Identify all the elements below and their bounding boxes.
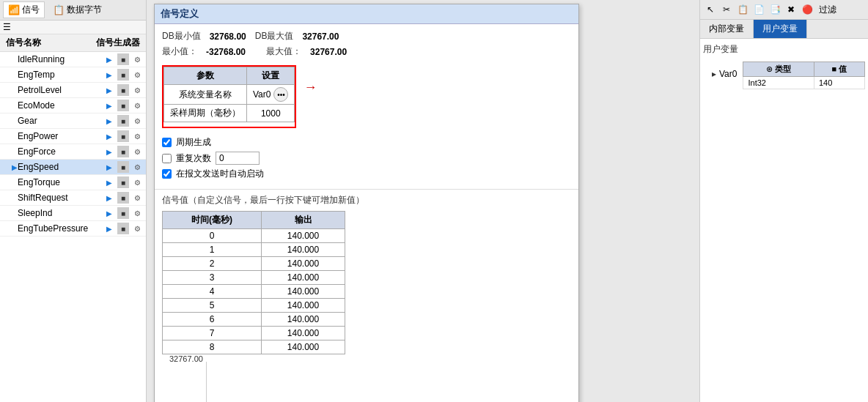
repeat-count-checkbox[interactable]	[162, 154, 172, 163]
auto-start-checkbox[interactable]	[162, 169, 172, 179]
stop-btn[interactable]: ■	[117, 84, 129, 96]
params-row-1-value: 1000	[247, 105, 295, 122]
right-content: 用户变量 ▸ Var0 ⊙ 类型 ■ 值 Int32 140	[700, 39, 868, 402]
gear-btn[interactable]: ⚙	[131, 161, 143, 173]
stop-btn[interactable]: ■	[117, 207, 129, 219]
gear-btn[interactable]: ⚙	[131, 207, 143, 219]
ellipsis-button[interactable]: •••	[273, 87, 288, 102]
signal-row[interactable]: EngPower ▶ ■ ⚙	[0, 129, 146, 144]
play-btn[interactable]: ▶	[103, 161, 115, 173]
values-row: 4 140.000	[163, 285, 345, 299]
play-btn[interactable]: ▶	[103, 69, 115, 81]
stop-btn[interactable]: ■	[117, 69, 129, 81]
gear-btn[interactable]: ⚙	[131, 69, 143, 81]
toolbar-stop-btn[interactable]: 🔴	[800, 2, 814, 17]
play-btn[interactable]: ▶	[103, 192, 115, 204]
values-row: 2 140.000	[163, 257, 345, 271]
values-time: 5	[163, 299, 262, 313]
stop-btn[interactable]: ■	[117, 53, 129, 65]
gear-btn[interactable]: ⚙	[131, 115, 143, 127]
stop-btn[interactable]: ■	[117, 115, 129, 127]
signal-row[interactable]: EngTubePressure ▶ ■ ⚙	[0, 221, 146, 237]
play-btn[interactable]: ▶	[103, 84, 115, 96]
signal-controls: ▶ ■ ⚙	[103, 161, 143, 173]
play-btn[interactable]: ▶	[103, 115, 115, 127]
gear-btn[interactable]: ⚙	[131, 53, 143, 65]
right-toolbar: ↖ ✂ 📋 📄 📑 ✖ 🔴 过滤	[700, 0, 868, 20]
stop-btn[interactable]: ■	[117, 192, 129, 204]
gear-btn[interactable]: ⚙	[131, 146, 143, 157]
max-val-value: 32767.00	[310, 47, 347, 57]
gear-btn[interactable]: ⚙	[131, 192, 143, 204]
signal-name: EngTemp	[18, 70, 103, 80]
signal-row[interactable]: ▶ EngSpeed ▶ ■ ⚙	[0, 160, 146, 175]
toolbar-delete-btn[interactable]: ✖	[784, 2, 798, 17]
values-table: 时间(毫秒) 输出 0 140.000 1 140.000 2 140.000 …	[162, 211, 345, 354]
signal-row[interactable]: EngTemp ▶ ■ ⚙	[0, 67, 146, 83]
values-time: 1	[163, 243, 262, 257]
values-time: 3	[163, 271, 262, 285]
values-time: 6	[163, 313, 262, 327]
gear-btn[interactable]: ⚙	[131, 130, 143, 142]
toolbar-paste-btn[interactable]: 📄	[751, 2, 766, 17]
tab-databyte[interactable]: 📋 数据字节	[48, 1, 107, 18]
params-row-0-param: 系统变量名称	[164, 85, 247, 105]
signal-row[interactable]: SleepInd ▶ ■ ⚙	[0, 206, 146, 221]
max-val-label: 最大值：	[266, 45, 301, 58]
right-table: ⊙ 类型 ■ 值 Int32 140	[743, 62, 865, 89]
chart-label-top: 32767.00	[169, 354, 203, 363]
right-table-header-value: ■ 值	[814, 62, 864, 77]
values-time: 4	[163, 285, 262, 299]
toolbar-arrow-btn[interactable]: ↖	[703, 2, 718, 17]
signal-controls: ▶ ■ ⚙	[103, 176, 143, 188]
signal-controls: ▶ ■ ⚙	[103, 53, 143, 65]
play-btn[interactable]: ▶	[103, 223, 115, 234]
values-output: 140.000	[262, 229, 345, 243]
play-btn[interactable]: ▶	[103, 130, 115, 142]
repeat-count-input[interactable]	[216, 152, 260, 165]
col-generator: 信号生成器	[96, 37, 140, 49]
tab-signal[interactable]: 📶 信号	[3, 1, 45, 18]
toolbar-copy-btn[interactable]: 📋	[735, 2, 750, 17]
stop-btn[interactable]: ■	[117, 223, 129, 234]
stop-btn[interactable]: ■	[117, 100, 129, 111]
stop-btn[interactable]: ■	[117, 176, 129, 188]
gear-btn[interactable]: ⚙	[131, 223, 143, 234]
stop-btn[interactable]: ■	[117, 130, 129, 142]
signal-row[interactable]: PetrolLevel ▶ ■ ⚙	[0, 83, 146, 98]
repeat-count-row: 重复次数	[162, 152, 571, 165]
signal-row[interactable]: ShiftRequest ▶ ■ ⚙	[0, 190, 146, 206]
min-val-label: 最小值：	[162, 45, 197, 58]
play-btn[interactable]: ▶	[103, 146, 115, 157]
right-table-value: 140	[814, 77, 864, 89]
values-row: 6 140.000	[163, 313, 345, 327]
right-table-header-type: ⊙ 类型	[743, 62, 814, 77]
signal-row[interactable]: IdleRunning ▶ ■ ⚙	[0, 52, 146, 67]
tree-expand-icon: ▸	[712, 69, 716, 79]
tree-item-var0[interactable]: ▸ Var0 ⊙ 类型 ■ 值 Int32 140	[703, 57, 865, 91]
play-btn[interactable]: ▶	[103, 53, 115, 65]
tab-internal-vars[interactable]: 内部变量	[700, 20, 754, 38]
values-output: 140.000	[262, 327, 345, 340]
play-btn[interactable]: ▶	[103, 207, 115, 219]
toolbar-cut-btn[interactable]: ✂	[719, 2, 734, 17]
cyclic-gen-checkbox[interactable]	[162, 138, 172, 147]
signal-controls: ▶ ■ ⚙	[103, 130, 143, 142]
signal-name: EcoMode	[18, 100, 103, 111]
stop-btn[interactable]: ■	[117, 161, 129, 173]
play-btn[interactable]: ▶	[103, 176, 115, 188]
signal-controls: ▶ ■ ⚙	[103, 192, 143, 204]
menu-icon[interactable]: ☰	[3, 22, 11, 32]
play-btn[interactable]: ▶	[103, 100, 115, 111]
stop-btn[interactable]: ■	[117, 146, 129, 157]
gear-btn[interactable]: ⚙	[131, 84, 143, 96]
signal-row[interactable]: EcoMode ▶ ■ ⚙	[0, 98, 146, 113]
toolbar-paste2-btn[interactable]: 📑	[768, 2, 782, 17]
gear-btn[interactable]: ⚙	[131, 176, 143, 188]
params-row-0: 系统变量名称 Var0 •••	[164, 85, 295, 105]
signal-row[interactable]: Gear ▶ ■ ⚙	[0, 113, 146, 129]
tab-user-vars[interactable]: 用户变量	[754, 20, 807, 38]
signal-row[interactable]: EngTorque ▶ ■ ⚙	[0, 175, 146, 190]
gear-btn[interactable]: ⚙	[131, 100, 143, 111]
signal-row[interactable]: EngForce ▶ ■ ⚙	[0, 144, 146, 160]
